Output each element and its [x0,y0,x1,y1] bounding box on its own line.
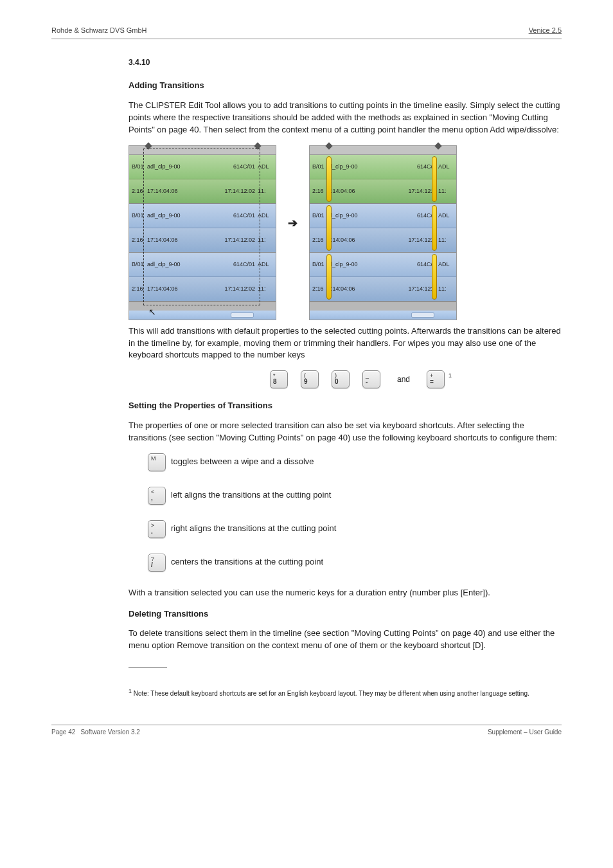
key-greater: >. [148,520,166,538]
key-8: *8 [270,370,288,388]
key-m: M [148,453,166,471]
shortcut-text: left aligns the transitions at the cutti… [171,489,331,502]
page-footer: Page 42 Software Version 3.2 Supplement … [51,725,562,737]
properties-title: Setting the Properties of Transitions [129,400,562,412]
and-label: and [397,374,410,385]
key-less: <, [148,487,166,505]
timeline-after: B/01 dl_clp_9-00 614C/0 ADL 2:16 7:14:04… [309,145,457,320]
shortcut-list: M toggles between a wipe and a dissolve … [148,453,562,572]
transition-marker [326,156,332,202]
timeline-figure: B/01 adl_clp_9-00 614C/01 ADL 2:16 17:14… [129,145,562,320]
timeline-before: B/01 adl_clp_9-00 614C/01 ADL 2:16 17:14… [129,145,276,320]
header-right: Venice 2.5 [529,26,562,36]
transition-marker [326,254,332,300]
footnote-rule [129,667,167,668]
key-equals: += [427,370,445,388]
shortcut-text: right aligns the transitions at the cutt… [171,523,336,535]
arrow-icon: ➔ [288,215,298,231]
key-minus: _- [362,370,380,388]
shortcut-text: toggles between a wipe and a dissolve [171,456,314,468]
delete-title: Deleting Transitions [129,608,562,620]
shortcut-item: M toggles between a wipe and a dissolve [148,453,562,471]
footer-right: Supplement – User Guide [488,728,562,737]
key-slash: ?/ [148,554,166,572]
footer-left: Page 42 Software Version 3.2 [51,728,140,737]
after-bullets-para: With a transition selected you can use t… [129,587,562,599]
header-left: Rohde & Schwarz DVS GmbH [51,26,147,36]
shortcut-item: ?/ centers the transitions at the cuttin… [148,554,562,572]
key-row: *8 (9 )0 _- and += 1 [270,370,562,388]
transition-marker [432,205,437,251]
page-header: Rohde & Schwarz DVS GmbH Venice 2.5 [51,26,562,36]
key-0: )0 [332,370,350,388]
transition-marker [432,254,437,300]
delete-paragraph: To delete transitions select them in the… [129,628,562,652]
transition-marker [432,156,437,202]
transition-marker [326,205,332,251]
shortcut-item: <, left aligns the transitions at the cu… [148,487,562,505]
footnote: 1 Note: These default keyboard shortcuts… [129,687,562,699]
key-9: (9 [301,370,319,388]
shortcut-item: >. right aligns the transitions at the c… [148,520,562,538]
explain-paragraph: This will add transitions with default p… [129,325,562,362]
shortcut-text: centers the transitions at the cutting p… [171,556,323,568]
header-rule [51,39,562,39]
properties-paragraph: The properties of one or more selected t… [129,420,562,444]
section-title: Adding Transitions [129,80,562,92]
section-number: 3.4.10 [129,57,562,68]
intro-paragraph: The CLIPSTER Edit Tool allows you to add… [129,100,562,136]
